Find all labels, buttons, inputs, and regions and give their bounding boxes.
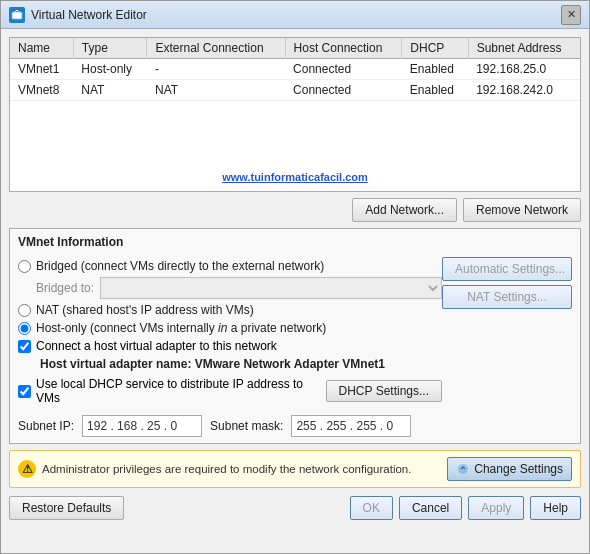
adapter-name-label-text: Host virtual adapter name: <box>40 357 195 371</box>
adapter-name-value: VMware Network Adapter VMnet1 <box>195 357 385 371</box>
cell-type: NAT <box>73 80 147 101</box>
cell-external: - <box>147 59 285 80</box>
checkbox-dhcp[interactable] <box>18 385 31 398</box>
radio-bridged[interactable] <box>18 260 31 273</box>
bridged-to-row: Bridged to: <box>36 277 442 299</box>
cell-dhcp: Enabled <box>402 80 468 101</box>
main-content: Name Type External Connection Host Conne… <box>1 29 589 553</box>
virtual-network-editor-window: Virtual Network Editor ✕ Name Type Exter… <box>0 0 590 554</box>
vmnet-info-title: VMnet Information <box>18 235 572 249</box>
add-network-button[interactable]: Add Network... <box>352 198 457 222</box>
auto-settings-button[interactable]: Automatic Settings... <box>442 257 572 281</box>
svg-point-2 <box>458 464 468 474</box>
cell-host: Connected <box>285 80 402 101</box>
table-row[interactable]: VMnet1Host-only-ConnectedEnabled192.168.… <box>10 59 580 80</box>
checkbox-dhcp-label: Use local DHCP service to distribute IP … <box>36 377 318 405</box>
close-button[interactable]: ✕ <box>561 5 581 25</box>
bottom-left-buttons: Restore Defaults <box>9 496 124 520</box>
cell-name: VMnet1 <box>10 59 73 80</box>
vmnet-right-col: Automatic Settings... NAT Settings... <box>442 255 572 437</box>
subnet-mask-label: Subnet mask: <box>210 419 283 433</box>
col-type: Type <box>73 38 147 59</box>
bottom-bar: Restore Defaults OK Cancel Apply Help <box>9 494 581 520</box>
dhcp-checkbox-row: Use local DHCP service to distribute IP … <box>18 377 318 405</box>
radio-nat[interactable] <box>18 304 31 317</box>
col-host: Host Connection <box>285 38 402 59</box>
ok-button[interactable]: OK <box>350 496 393 520</box>
svg-rect-0 <box>12 12 22 19</box>
table-header-row: Name Type External Connection Host Conne… <box>10 38 580 59</box>
network-table: Name Type External Connection Host Conne… <box>10 38 580 101</box>
subnet-ip-input[interactable] <box>82 415 202 437</box>
radio-nat-row: NAT (shared host's IP address with VMs) <box>18 303 442 317</box>
bridged-to-select[interactable] <box>100 277 442 299</box>
cell-subnet: 192.168.25.0 <box>468 59 580 80</box>
bottom-right-buttons: OK Cancel Apply Help <box>350 496 581 520</box>
cell-host: Connected <box>285 59 402 80</box>
cell-external: NAT <box>147 80 285 101</box>
watermark: www.tuinformaticafacil.com <box>222 171 368 183</box>
radio-hostonly-row: Host-only (connect VMs internally in a p… <box>18 321 442 335</box>
subnet-row: Subnet IP: Subnet mask: <box>18 415 442 437</box>
adapter-name-row: Host virtual adapter name: VMware Networ… <box>40 357 442 371</box>
col-name: Name <box>10 38 73 59</box>
warning-icon: ⚠ <box>18 460 36 478</box>
restore-defaults-button[interactable]: Restore Defaults <box>9 496 124 520</box>
radio-nat-label: NAT (shared host's IP address with VMs) <box>36 303 254 317</box>
change-settings-label: Change Settings <box>474 462 563 476</box>
admin-warning-bar: ⚠ Administrator privileges are required … <box>9 450 581 488</box>
radio-bridged-label: Bridged (connect VMs directly to the ext… <box>36 259 324 273</box>
help-button[interactable]: Help <box>530 496 581 520</box>
adapter-checkbox-row: Connect a host virtual adapter to this n… <box>18 339 442 353</box>
checkbox-adapter[interactable] <box>18 340 31 353</box>
cell-name: VMnet8 <box>10 80 73 101</box>
col-external: External Connection <box>147 38 285 59</box>
radio-bridged-row: Bridged (connect VMs directly to the ext… <box>18 259 442 273</box>
subnet-ip-label: Subnet IP: <box>18 419 74 433</box>
change-settings-icon <box>456 462 470 476</box>
radio-hostonly-label: Host-only (connect VMs internally in a p… <box>36 321 326 335</box>
col-dhcp: DHCP <box>402 38 468 59</box>
window-icon <box>9 7 25 23</box>
admin-warning-text: Administrator privileges are required to… <box>42 463 441 475</box>
change-settings-button[interactable]: Change Settings <box>447 457 572 481</box>
checkbox-adapter-label: Connect a host virtual adapter to this n… <box>36 339 277 353</box>
subnet-mask-input[interactable] <box>291 415 411 437</box>
vmnet-left-col: Bridged (connect VMs directly to the ext… <box>18 255 442 437</box>
remove-network-button[interactable]: Remove Network <box>463 198 581 222</box>
dhcp-settings-button[interactable]: DHCP Settings... <box>326 380 442 402</box>
bridged-to-label: Bridged to: <box>36 281 94 295</box>
radio-hostonly[interactable] <box>18 322 31 335</box>
window-title: Virtual Network Editor <box>31 8 561 22</box>
title-bar: Virtual Network Editor ✕ <box>1 1 589 29</box>
vmnet-cols: Bridged (connect VMs directly to the ext… <box>18 255 572 437</box>
cancel-button[interactable]: Cancel <box>399 496 462 520</box>
network-table-container: Name Type External Connection Host Conne… <box>9 37 581 192</box>
cell-dhcp: Enabled <box>402 59 468 80</box>
nat-settings-button[interactable]: NAT Settings... <box>442 285 572 309</box>
col-subnet: Subnet Address <box>468 38 580 59</box>
cell-subnet: 192.168.242.0 <box>468 80 580 101</box>
vmnet-info-section: VMnet Information Bridged (connect VMs d… <box>9 228 581 444</box>
table-buttons-row: Add Network... Remove Network <box>9 198 581 222</box>
table-row[interactable]: VMnet8NATNATConnectedEnabled192.168.242.… <box>10 80 580 101</box>
apply-button[interactable]: Apply <box>468 496 524 520</box>
dhcp-row: Use local DHCP service to distribute IP … <box>18 373 442 409</box>
cell-type: Host-only <box>73 59 147 80</box>
